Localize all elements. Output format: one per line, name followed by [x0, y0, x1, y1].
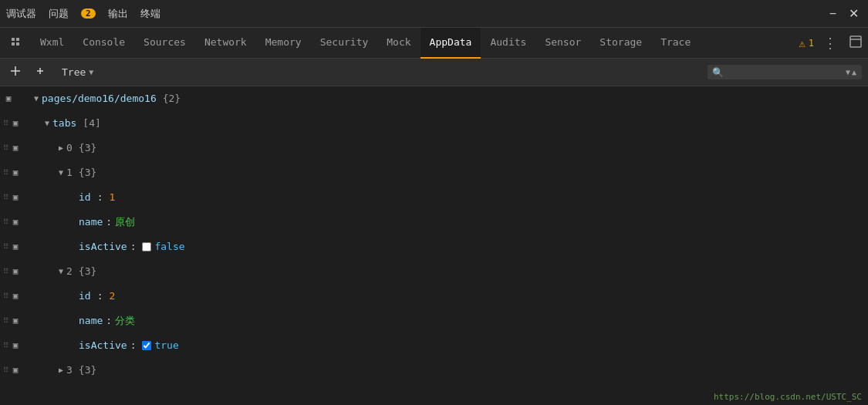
tab-storage[interactable]: Storage: [590, 28, 651, 59]
search-icon: 🔍: [712, 67, 724, 78]
toggle-tabs[interactable]: ▼: [42, 118, 52, 129]
item0-count: {3}: [79, 142, 96, 154]
row-icons: ▣: [3, 93, 25, 103]
tree-row-item1-id[interactable]: ⠿ ▣ id : 1: [0, 185, 868, 210]
item1-id-value: 1: [109, 191, 115, 203]
tab-wxml[interactable]: Wxml: [31, 28, 73, 59]
tab-appdata[interactable]: AppData: [420, 28, 481, 59]
tree-row-item1-isactive[interactable]: ⠿ ▣ isActive : false: [0, 235, 868, 259]
drag-icon-3: ⠿: [3, 366, 8, 374]
tab-sources[interactable]: Sources: [134, 28, 195, 59]
drag-icon-1-id: ⠿: [3, 193, 8, 201]
toggle-item2[interactable]: ▼: [56, 266, 66, 277]
terminal-menu[interactable]: 终端: [140, 7, 160, 21]
drag-icon-1-name: ⠿: [3, 218, 8, 226]
tab-bar: Wxml Console Sources Network Memory Secu…: [0, 28, 868, 59]
node-icon-2: ▣: [10, 266, 21, 276]
drag-icon-0: ⠿: [3, 143, 8, 152]
node-icon-2-isactive: ▣: [10, 340, 21, 350]
node-icon-2-id: ▣: [10, 291, 21, 301]
drag-icon: ⠿: [3, 119, 8, 127]
toggle-item0[interactable]: ▶: [56, 143, 66, 154]
search-box: 🔍 ▼ ▲: [708, 65, 862, 79]
tab-mock[interactable]: Mock: [377, 28, 420, 59]
tree-row-item2[interactable]: ⠿ ▣ ▼ 2 {3}: [0, 259, 868, 284]
warning-badge[interactable]: ⚠ 1: [799, 37, 814, 49]
search-input[interactable]: [727, 66, 843, 78]
toggle-item1[interactable]: ▼: [56, 167, 66, 178]
item1-name-value: 原创: [115, 215, 135, 229]
tree-row-item2-name[interactable]: ⠿ ▣ name : 分类: [0, 309, 868, 333]
drag-icon-2-name: ⠿: [3, 316, 8, 325]
tab-security[interactable]: Security: [311, 28, 378, 59]
item1-count: {3}: [79, 167, 96, 178]
tree-row-item2-id[interactable]: ⠿ ▣ id : 2: [0, 284, 868, 309]
detach-button[interactable]: [846, 32, 865, 53]
node-icon-1-name: ▣: [10, 217, 21, 227]
tree-row-item1[interactable]: ⠿ ▣ ▼ 1 {3}: [0, 160, 868, 185]
item1-name-key: name: [79, 216, 103, 228]
toggle-item3[interactable]: ▶: [56, 365, 66, 376]
item2-name-value: 分类: [115, 314, 135, 328]
item3-index: 3: [66, 364, 73, 376]
tab-memory[interactable]: Memory: [256, 28, 311, 59]
output-menu[interactable]: 输出: [108, 7, 128, 21]
item0-index: 0: [66, 142, 73, 154]
tree-row-tabs[interactable]: ⠿ ▣ ▼ tabs [4]: [0, 111, 868, 136]
row-icons-item0: ⠿ ▣: [3, 143, 25, 153]
item1-isactive-checkbox[interactable]: [142, 242, 151, 251]
tree-dropdown[interactable]: Tree ▼: [56, 65, 100, 79]
node-icon-1-isactive: ▣: [10, 241, 21, 251]
tab-console[interactable]: Console: [73, 28, 134, 59]
tab-trace[interactable]: Trace: [651, 28, 700, 59]
tree-row-item3[interactable]: ⠿ ▣ ▶ 3 {3}: [0, 358, 868, 383]
tab-sensor[interactable]: Sensor: [535, 28, 590, 59]
item1-id-key: id: [79, 191, 91, 203]
dropdown-arrow-icon: ▼: [89, 68, 93, 76]
node-icon-0: ▣: [10, 143, 21, 153]
row-icons-item2-isactive: ⠿ ▣: [3, 340, 25, 350]
item2-isactive-checkbox[interactable]: [142, 341, 151, 350]
warning-count: 1: [809, 38, 814, 49]
item2-index: 2: [66, 265, 73, 277]
item2-count: {3}: [79, 265, 96, 277]
row-icons-item2-name: ⠿ ▣: [3, 316, 25, 326]
search-down-arrow[interactable]: ▼: [846, 68, 850, 76]
item2-isactive-value: true: [154, 339, 178, 351]
tab-network[interactable]: Network: [195, 28, 256, 59]
collapse-button[interactable]: [31, 62, 49, 83]
drag-icon-2: ⠿: [3, 267, 8, 275]
tree-row-item2-isactive[interactable]: ⠿ ▣ isActive : true: [0, 333, 868, 358]
row-icons-item1: ⠿ ▣: [3, 167, 25, 177]
tab-audits[interactable]: Audits: [481, 28, 535, 59]
tree-row-root[interactable]: ▣ ▼ pages/demo16/demo16 {2}: [0, 86, 868, 111]
drag-icon-1: ⠿: [3, 168, 8, 177]
minimize-button[interactable]: −: [826, 5, 839, 23]
node-icon-1: ▣: [10, 167, 21, 177]
row-icons-item1-id: ⠿ ▣: [3, 192, 25, 202]
more-options-button[interactable]: ⋮: [820, 33, 840, 53]
item1-isactive-key: isActive: [79, 241, 127, 252]
expand-button[interactable]: [6, 62, 25, 83]
tabs-count: [4]: [83, 117, 100, 129]
tabs-key: tabs: [52, 117, 76, 129]
close-button[interactable]: ✕: [846, 5, 862, 23]
problems-menu[interactable]: 问题: [49, 7, 69, 21]
toolbar: Tree ▼ 🔍 ▼ ▲: [0, 59, 868, 86]
node-icon-2-name: ▣: [10, 316, 21, 326]
tree-row-item1-name[interactable]: ⠿ ▣ name : 原创: [0, 210, 868, 235]
node-icon: ▣: [3, 93, 14, 103]
toggle-root[interactable]: ▼: [31, 93, 42, 104]
node-icon-3: ▣: [10, 365, 21, 375]
item2-id-value: 2: [109, 290, 115, 302]
item2-name-key: name: [79, 315, 103, 326]
item1-index: 1: [66, 167, 73, 178]
item2-isactive-key: isActive: [79, 339, 127, 351]
search-nav: ▼ ▲: [846, 68, 856, 76]
svg-rect-0: [850, 36, 861, 47]
search-up-arrow[interactable]: ▲: [852, 68, 856, 76]
tree-row-item0[interactable]: ⠿ ▣ ▶ 0 {3}: [0, 136, 868, 160]
tab-selector-icon[interactable]: [3, 35, 28, 50]
row-icons-item2: ⠿ ▣: [3, 266, 25, 276]
node-icon-1-id: ▣: [10, 192, 21, 202]
